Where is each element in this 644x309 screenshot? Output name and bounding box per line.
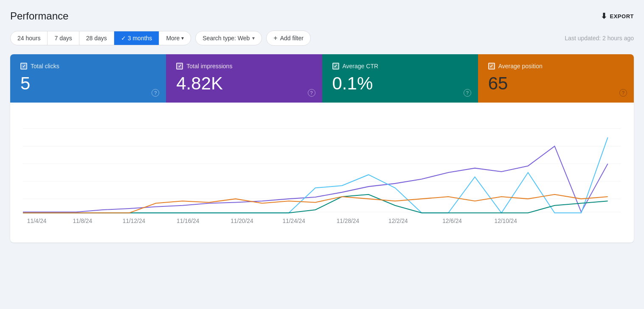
performance-chart: 11/4/24 11/8/24 11/12/24 11/16/24 11/20/… — [23, 111, 621, 234]
filter-28days[interactable]: 28 days — [79, 31, 114, 45]
position-label: Average position — [498, 63, 543, 70]
clicks-value: 5 — [20, 75, 156, 92]
page-header: Performance ⬇ EXPORT — [10, 10, 634, 22]
position-checkbox[interactable] — [488, 63, 495, 70]
impressions-help-icon[interactable]: ? — [308, 89, 315, 97]
impressions-checkbox[interactable] — [176, 63, 183, 70]
add-filter-button[interactable]: + Add filter — [266, 31, 311, 46]
plus-icon: + — [273, 34, 277, 42]
ctr-help-icon[interactable]: ? — [464, 89, 471, 97]
export-button[interactable]: ⬇ EXPORT — [601, 11, 634, 21]
metric-tile-impressions: Total impressions 4.82K ? — [166, 54, 322, 103]
svg-text:11/28/24: 11/28/24 — [337, 217, 359, 224]
export-icon: ⬇ — [601, 11, 607, 21]
filter-7days[interactable]: 7 days — [48, 31, 79, 45]
svg-text:11/12/24: 11/12/24 — [123, 217, 145, 224]
svg-text:12/6/24: 12/6/24 — [442, 217, 462, 224]
clicks-checkbox[interactable] — [20, 63, 27, 70]
svg-text:11/8/24: 11/8/24 — [73, 217, 92, 224]
impressions-label: Total impressions — [186, 63, 232, 70]
chevron-down-icon: ▾ — [181, 35, 184, 41]
position-value: 65 — [488, 75, 624, 92]
last-updated-label: Last updated: 2 hours ago — [565, 35, 634, 42]
clicks-help-icon[interactable]: ? — [152, 89, 159, 97]
main-card: Total clicks 5 ? Total impressions 4.82K… — [10, 54, 634, 242]
filter-bar: 24 hours 7 days 28 days ✓3 months More ▾… — [10, 31, 634, 46]
page-title: Performance — [10, 10, 68, 22]
ctr-label: Average CTR — [343, 63, 379, 70]
chevron-down-icon: ▾ — [252, 35, 255, 41]
metric-tile-position: Average position 65 ? — [478, 54, 634, 103]
clicks-label: Total clicks — [31, 63, 59, 70]
svg-text:11/20/24: 11/20/24 — [231, 217, 253, 224]
chart-area: 11/4/24 11/8/24 11/12/24 11/16/24 11/20/… — [10, 103, 634, 242]
filter-3months[interactable]: ✓3 months — [114, 31, 160, 45]
ctr-checkbox[interactable] — [332, 63, 339, 70]
ctr-value: 0.1% — [332, 75, 468, 92]
filter-24h[interactable]: 24 hours — [11, 31, 48, 45]
svg-text:12/10/24: 12/10/24 — [495, 217, 517, 224]
position-help-icon[interactable]: ? — [619, 89, 627, 97]
metric-tile-clicks: Total clicks 5 ? — [10, 54, 166, 103]
svg-text:11/16/24: 11/16/24 — [177, 217, 199, 224]
impressions-value: 4.82K — [176, 75, 312, 92]
svg-text:11/4/24: 11/4/24 — [27, 217, 47, 224]
metrics-row: Total clicks 5 ? Total impressions 4.82K… — [10, 54, 634, 103]
svg-text:11/24/24: 11/24/24 — [283, 217, 305, 224]
metric-tile-ctr: Average CTR 0.1% ? — [322, 54, 478, 103]
search-type-filter[interactable]: Search type: Web ▾ — [195, 31, 262, 45]
time-filter-group: 24 hours 7 days 28 days ✓3 months More ▾ — [10, 31, 191, 45]
filter-more[interactable]: More ▾ — [159, 31, 191, 45]
svg-text:12/2/24: 12/2/24 — [388, 217, 408, 224]
